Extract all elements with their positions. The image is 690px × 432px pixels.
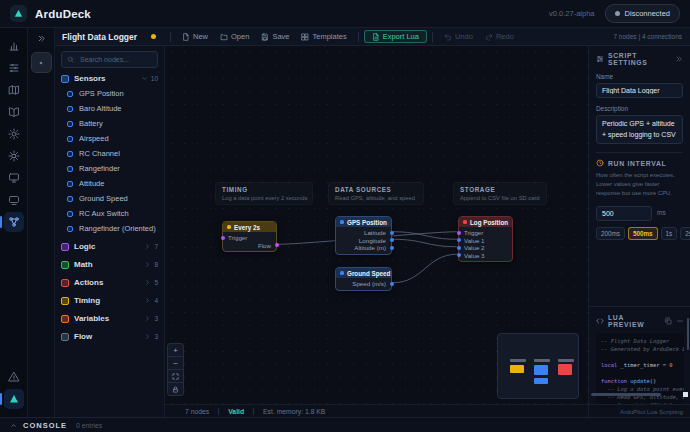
category-math[interactable]: Math8	[61, 257, 158, 272]
palette-item-battery[interactable]: Battery	[61, 116, 158, 131]
preset-500ms[interactable]: 500ms	[628, 227, 658, 240]
description-label: Description	[596, 105, 683, 112]
connection-status-button[interactable]: Disconnected	[605, 4, 680, 23]
search-box[interactable]	[61, 51, 158, 68]
port[interactable]	[390, 231, 394, 235]
sliders-icon	[8, 62, 20, 74]
connection-status-label: Disconnected	[625, 9, 670, 18]
console-label: CONSOLE	[23, 421, 67, 430]
category-actions[interactable]: Actions5	[61, 275, 158, 290]
node-gps[interactable]: GPS PositionLatitudeLongitudeAltitude (m…	[335, 216, 392, 255]
port[interactable]	[390, 282, 394, 286]
palette-item-ground-speed[interactable]: Ground Speed	[61, 191, 158, 206]
palette-item-baro-altitude[interactable]: Baro Altitude	[61, 101, 158, 116]
run-interval-help: How often the script executes. Lower val…	[596, 171, 683, 198]
connection-dot-icon	[615, 11, 620, 16]
node-row: Trigger	[223, 234, 276, 242]
palette-item-attitude[interactable]: Attitude	[61, 176, 158, 191]
palette-item-rangefinder-oriented[interactable]: Rangefinder (Oriented)	[61, 221, 158, 236]
flow-category-icon	[61, 333, 69, 341]
node-log[interactable]: Log PositionTriggerValue 1Value 2Value 3	[458, 216, 513, 262]
rangefinder-oriented-icon	[67, 226, 73, 232]
pinned-tool-button[interactable]	[31, 52, 52, 73]
preset-2s[interactable]: 2s	[680, 227, 690, 240]
graph-canvas[interactable]: + − TIMINGLog a data point every 2 secon…	[165, 46, 588, 404]
category-variables[interactable]: Variables3	[61, 311, 158, 326]
port[interactable]	[390, 238, 394, 242]
palette-item-rc-channel[interactable]: RC Channel	[61, 146, 158, 161]
palette-item-gps-position[interactable]: GPS Position	[61, 86, 158, 101]
palette-item-airspeed[interactable]: Airspeed	[61, 131, 158, 146]
node-row: Flow	[223, 242, 276, 250]
project-name[interactable]: Flight Data Logger	[55, 32, 165, 42]
rail-item-monitor[interactable]	[4, 168, 24, 188]
node-row: Value 1	[459, 237, 512, 245]
zoom-out-button[interactable]: −	[168, 357, 183, 370]
rail-item-logo-triangle[interactable]	[4, 389, 24, 409]
interval-input[interactable]	[596, 206, 652, 221]
minimap-node	[534, 365, 548, 375]
divider	[358, 32, 359, 42]
rail-item-chart[interactable]	[4, 36, 24, 56]
fit-view-button[interactable]	[168, 370, 183, 383]
file-icon	[182, 33, 190, 41]
node-groundspeed[interactable]: Ground SpeedSpeed (m/s)	[335, 267, 392, 291]
port[interactable]	[457, 238, 461, 242]
category-timing[interactable]: Timing4	[61, 293, 158, 308]
search-input[interactable]	[78, 55, 152, 64]
vertical-scrollbar[interactable]	[687, 318, 689, 350]
port[interactable]	[457, 231, 461, 235]
port[interactable]	[457, 253, 461, 257]
node-row: Trigger	[459, 229, 512, 237]
gear2-icon	[8, 150, 20, 162]
category-sensors[interactable]: Sensors10	[61, 71, 158, 86]
rangefinder-icon	[67, 166, 73, 172]
new-button[interactable]: New	[176, 30, 214, 43]
export-lua-button[interactable]: Export Lua	[364, 30, 427, 43]
script-name-input[interactable]	[596, 83, 683, 98]
rail-item-book[interactable]	[4, 102, 24, 122]
lock-button[interactable]	[168, 383, 183, 395]
rail-item-gear[interactable]	[4, 124, 24, 144]
rail-item-sliders[interactable]	[4, 58, 24, 78]
port[interactable]	[457, 246, 461, 250]
zoom-in-button[interactable]: +	[168, 344, 183, 357]
rail-item-gear2[interactable]	[4, 146, 24, 166]
toolbar: Flight Data Logger New Open Save Templat…	[55, 28, 690, 46]
category-flow[interactable]: Flow3	[61, 329, 158, 344]
preset-1s[interactable]: 1s	[661, 227, 678, 240]
category-logic[interactable]: Logic7	[61, 239, 158, 254]
copy-icon[interactable]	[664, 317, 672, 325]
chevron-right-icon	[144, 333, 151, 340]
save-icon	[261, 33, 269, 41]
run-interval-header: RUN INTERVAL	[596, 159, 683, 167]
horizontal-scrollbar[interactable]	[591, 393, 687, 397]
airspeed-icon	[67, 136, 73, 142]
palette-item-rangefinder[interactable]: Rangefinder	[61, 161, 158, 176]
collapse-section-icon[interactable]	[676, 317, 684, 325]
map-icon	[8, 84, 20, 96]
palette-item-rc-aux-switch[interactable]: RC Aux Switch	[61, 206, 158, 221]
open-button[interactable]: Open	[214, 30, 255, 43]
rail-item-nodes[interactable]	[4, 212, 24, 232]
description-input[interactable]: Periodic GPS + altitude + speed logging …	[596, 115, 683, 144]
preset-200ms[interactable]: 200ms	[596, 227, 625, 240]
port[interactable]	[390, 246, 394, 250]
undo-button[interactable]: Undo	[438, 30, 479, 43]
minimap-node	[558, 364, 572, 375]
collapse-inspector-icon[interactable]	[675, 55, 683, 63]
rail-item-display[interactable]	[4, 190, 24, 210]
templates-button[interactable]: Templates	[295, 30, 352, 43]
port[interactable]	[221, 236, 225, 240]
node-every2s[interactable]: Every 2sTriggerFlow	[222, 221, 277, 252]
expand-panel-button[interactable]	[32, 31, 50, 45]
rail-item-warning[interactable]	[4, 367, 24, 387]
console-bar[interactable]: CONSOLE 0 entries	[0, 417, 690, 432]
name-label: Name	[596, 73, 683, 80]
rail-item-map[interactable]	[4, 80, 24, 100]
minimap[interactable]	[497, 333, 579, 399]
redo-button[interactable]: Redo	[479, 30, 520, 43]
save-button[interactable]: Save	[255, 30, 295, 43]
chevron-right-icon	[144, 279, 151, 286]
port[interactable]	[275, 243, 279, 247]
